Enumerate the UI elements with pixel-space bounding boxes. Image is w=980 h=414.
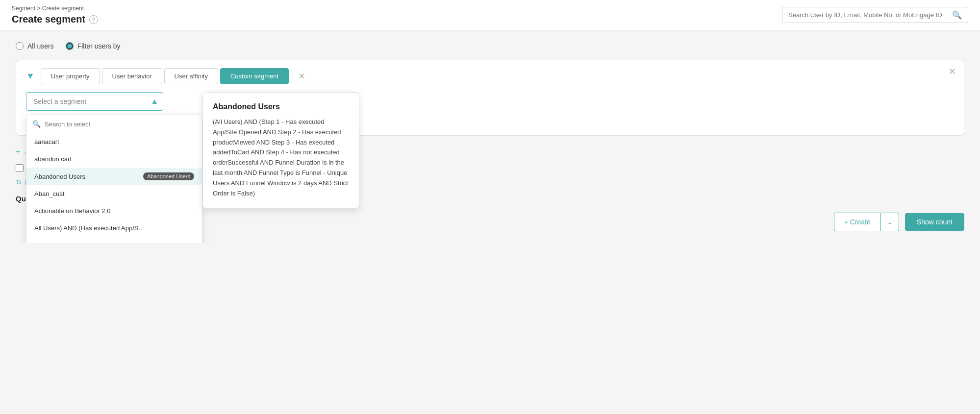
selected-badge: Abandoned Users — [143, 172, 194, 180]
tabs-row: ▼ User property User behavior User affin… — [26, 68, 954, 84]
help-icon[interactable]: ? — [89, 15, 98, 24]
header-left: Segment > Create segment Create segment … — [12, 5, 98, 25]
filter-users-radio[interactable] — [66, 42, 74, 50]
dropdown-search-bar[interactable]: 🔍 — [26, 115, 202, 133]
dropdown-item-0[interactable]: aanacart — [26, 133, 202, 150]
dropdown-search-input[interactable] — [45, 121, 196, 128]
tab-user-behavior[interactable]: User behavior — [102, 68, 162, 84]
header-search[interactable]: 🔍 — [782, 7, 968, 23]
dropdown-item-6[interactable]: alooooo — [26, 237, 202, 243]
tab-user-property[interactable]: User property — [41, 68, 100, 84]
filter-box: ✕ ▼ User property User behavior User aff… — [16, 60, 964, 136]
filter-users-label: Filter users by — [77, 42, 121, 50]
all-users-label: All users — [27, 42, 54, 50]
tab-custom-segment[interactable]: Custom segment — [220, 68, 289, 84]
chevron-down-icon: ⌄ — [887, 218, 893, 226]
segment-select-display[interactable]: Select a segment — [26, 92, 163, 111]
reset-icon: ↻ — [16, 178, 22, 187]
search-input[interactable] — [788, 11, 952, 19]
dropdown-panel: 🔍 aanacart abandon cart Abandoned Users … — [26, 115, 202, 243]
create-button[interactable]: + Create — [834, 213, 881, 231]
segment-dropdown[interactable]: Select a segment ▲ — [26, 92, 163, 111]
preview-panel: Abandoned Users (All Users) AND (Step 1 … — [202, 92, 359, 209]
add-group-icon: + — [16, 147, 20, 156]
dropdown-item-1[interactable]: abandon cart — [26, 150, 202, 168]
close-inner-icon[interactable]: ✕ — [299, 72, 305, 81]
dropdown-item-5[interactable]: All Users) AND (Has executed App/S... — [26, 219, 202, 237]
search-icon[interactable]: 🔍 — [952, 10, 962, 20]
main-content: All users Filter users by ✕ ▼ User prope… — [0, 30, 980, 243]
all-users-option[interactable]: All users — [16, 42, 54, 50]
breadcrumb: Segment > Create segment — [12, 5, 98, 12]
dropdown-list: aanacart abandon cart Abandoned Users Ab… — [26, 133, 202, 243]
dropdown-item-2[interactable]: Abandoned Users Abandoned Users — [26, 168, 202, 185]
filter-users-option[interactable]: Filter users by — [66, 42, 121, 50]
dropdown-search-icon: 🔍 — [32, 120, 41, 128]
page-title: Create segment ? — [12, 14, 98, 25]
preview-body: (All Users) AND (Step 1 - Has executed A… — [213, 117, 349, 198]
tab-user-affinity[interactable]: User affinity — [164, 68, 218, 84]
dropdown-item-4[interactable]: Actionable on Behavior 2.0 — [26, 202, 202, 219]
create-dropdown-button[interactable]: ⌄ — [881, 213, 899, 231]
segment-placeholder: Select a segment — [33, 97, 86, 105]
all-users-radio[interactable] — [16, 42, 24, 50]
show-count-button[interactable]: Show count — [905, 213, 964, 231]
header: Segment > Create segment Create segment … — [0, 0, 980, 30]
segment-selector-wrap: Select a segment ▲ 🔍 aanacart abandon ca… — [26, 92, 954, 111]
close-filter-icon[interactable]: ✕ — [949, 66, 956, 77]
tab-arrow-icon[interactable]: ▼ — [26, 71, 35, 81]
dropdown-item-3[interactable]: Aban_cust — [26, 185, 202, 202]
preview-title: Abandoned Users — [213, 102, 349, 111]
exclude-checkbox[interactable] — [16, 164, 24, 172]
radio-row: All users Filter users by — [16, 42, 964, 50]
